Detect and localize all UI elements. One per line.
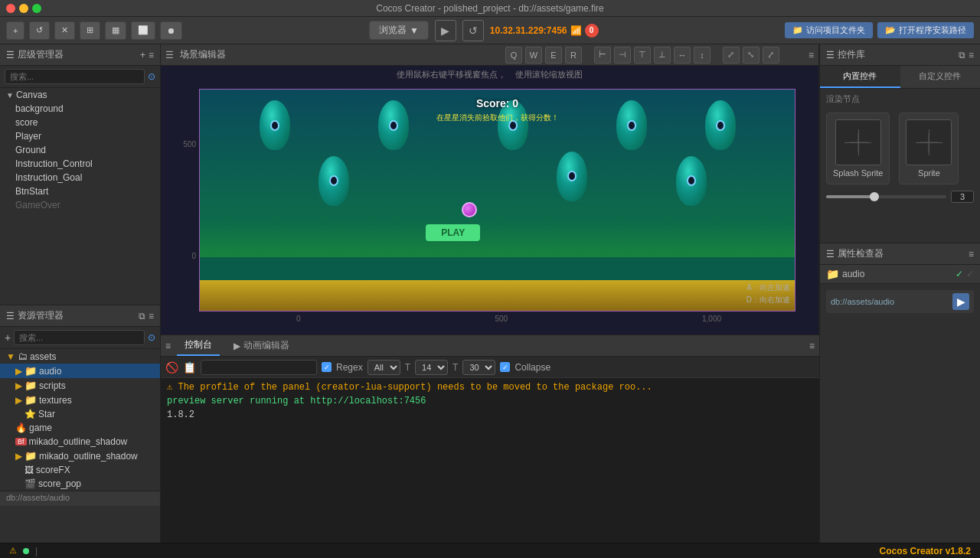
open-path-button[interactable]: 📂 打开程序安装路径 (877, 22, 974, 38)
asset-search-input[interactable] (14, 330, 145, 345)
asset-item-audio[interactable]: ▶ 📁 audio (0, 364, 160, 378)
scene-tool-extra2[interactable]: ⤡ (743, 47, 760, 64)
regex-checkbox[interactable]: ✓ (322, 362, 332, 372)
tree-item-score[interactable]: score (0, 116, 160, 129)
search-confirm-icon[interactable]: ⊙ (148, 71, 155, 82)
slider-row: 3 (820, 188, 980, 206)
tab-builtin-controls[interactable]: 内置控件 (820, 66, 900, 88)
splash-sprite-label: Splash Sprite (833, 168, 883, 178)
asset-item-scripts[interactable]: ▶ 📁 scripts (0, 378, 160, 393)
asset-item-score-pop[interactable]: 🎬 score_pop (0, 477, 160, 491)
record-button[interactable]: ⏺ (160, 21, 182, 40)
maximize-dot[interactable] (32, 4, 41, 13)
collapse-checkbox[interactable]: ✓ (500, 362, 510, 372)
hierarchy-search-input[interactable] (5, 69, 145, 84)
scene-tool-align2[interactable]: ⊣ (614, 47, 631, 64)
library-menu-icon[interactable]: ≡ (969, 50, 974, 60)
alien-eye (329, 175, 338, 186)
slider-value: 3 (951, 191, 974, 203)
splash-sprite-card[interactable]: Splash Sprite (826, 113, 890, 184)
inspector-open-button[interactable]: ▶ (952, 293, 969, 310)
tree-item-btnstart[interactable]: BtnStart (0, 184, 160, 198)
tree-item-player[interactable]: Player (0, 129, 160, 143)
play-button[interactable]: ▶ (435, 20, 456, 41)
alien-pod-5 (705, 100, 736, 150)
check-grey-icon: ✓ (966, 269, 974, 279)
scene-tool-align5[interactable]: ↔ (674, 47, 691, 64)
scene-tool-q[interactable]: Q (505, 47, 522, 64)
log-level-select[interactable]: All (368, 360, 400, 375)
font-size-select-1[interactable]: 14 (415, 360, 448, 375)
asset-item-mikado-bf[interactable]: Bf mikado_outline_shadow (0, 435, 160, 449)
ground-stripe (200, 280, 795, 311)
alien-pod-8 (676, 156, 707, 206)
scene-more-icon[interactable]: ≡ (808, 50, 814, 60)
asset-toolbar: + ⊙ (0, 327, 160, 349)
minimize-dot[interactable] (19, 4, 28, 13)
expand-button[interactable]: ⊞ (80, 21, 100, 40)
tree-item-background[interactable]: background (0, 102, 160, 116)
asset-menu-icon[interactable]: ≡ (149, 311, 154, 321)
scene-tool-align6[interactable]: ↕ (694, 47, 710, 64)
asset-search-icon[interactable]: ⊙ (148, 332, 155, 343)
scene-tool-align1[interactable]: ⊢ (594, 47, 611, 64)
console-filter-input[interactable] (201, 360, 317, 375)
sprite-card[interactable]: Sprite (899, 113, 959, 184)
play-btn-label: PLAY (441, 227, 465, 238)
hierarchy-add-icon[interactable]: + (140, 50, 145, 60)
asset-item-textures[interactable]: ▶ 📁 textures (0, 393, 160, 407)
scene-view[interactable]: 使用鼠标右键平移视窗焦点， 使用滚轮缩放视图 500 0 (161, 66, 818, 334)
scene-tool-extra1[interactable]: ⤢ (723, 47, 740, 64)
inspector-menu-icon[interactable]: ≡ (969, 249, 974, 259)
path-icon: 📂 (885, 25, 896, 35)
scene-canvas[interactable]: Score: 0 在星星消失前拾取他们，获得分数！ PLAY (199, 89, 795, 312)
console-copy-icon[interactable]: 📋 (183, 361, 196, 374)
audio-expand-icon: ▶ (15, 366, 22, 377)
tab-console[interactable]: 控制台 (177, 335, 220, 356)
play-game-button[interactable]: PLAY (426, 224, 480, 241)
asset-item-scorefx[interactable]: 🖼 scoreFX (0, 463, 160, 477)
tree-item-instruction-control[interactable]: Instruction_Control (0, 157, 160, 171)
tree-item-canvas[interactable]: ▼ Canvas (0, 88, 160, 102)
console-more-icon[interactable]: ≡ (809, 341, 815, 351)
asset-header: ☰ 资源管理器 ⧉ ≡ (0, 305, 160, 327)
asset-item-star[interactable]: ⭐ Star (0, 407, 160, 421)
tab-custom-controls[interactable]: 自定义控件 (900, 66, 981, 88)
close-dot[interactable] (6, 4, 15, 13)
layout-button[interactable]: ▦ (105, 21, 126, 40)
asset-item-mikado-folder[interactable]: ▶ 📁 mikado_outline_shadow (0, 449, 160, 463)
collapse-label: Collapse (514, 362, 550, 373)
asset-panel: ☰ 资源管理器 ⧉ ≡ + ⊙ ▼ 🗂 assets (0, 305, 160, 543)
access-files-button[interactable]: 📁 访问项目文件夹 (785, 22, 873, 38)
asset-copy-icon[interactable]: ⧉ (139, 311, 145, 321)
tree-item-gameover[interactable]: GameOver (0, 198, 160, 212)
scene-tool-align3[interactable]: ⊤ (634, 47, 651, 64)
scene-tool-r[interactable]: R (565, 47, 582, 64)
tab-animation-editor[interactable]: ▶ 动画编辑器 (226, 336, 297, 355)
refresh-button[interactable]: ↺ (29, 21, 50, 40)
console-clear-icon[interactable]: 🚫 (165, 361, 178, 374)
pause-button[interactable]: ↺ (462, 20, 484, 41)
browser-button[interactable]: 浏览器 ▼ (369, 21, 429, 40)
main-content: ☰ 层级管理器 + ≡ ⊙ ▼ Canvas background (0, 44, 980, 543)
tree-item-ground[interactable]: Ground (0, 143, 160, 157)
play-mode-button[interactable]: ⬜ (131, 21, 155, 40)
tree-item-instruction-goal[interactable]: Instruction_Goal (0, 171, 160, 184)
hierarchy-menu-icon[interactable]: ≡ (149, 50, 154, 60)
library-copy-icon[interactable]: ⧉ (959, 50, 965, 60)
asset-item-assets[interactable]: ▼ 🗂 assets (0, 349, 160, 364)
scene-tool-align4[interactable]: ⊥ (654, 47, 671, 64)
key-hint-d: D：向右加速 (746, 294, 790, 306)
asset-add-icon[interactable]: + (5, 331, 11, 344)
scene-tool-e[interactable]: E (545, 47, 562, 64)
scene-tool-w[interactable]: W (525, 47, 542, 64)
close-button[interactable]: ✕ (54, 21, 75, 40)
add-button[interactable]: + (6, 21, 24, 40)
scene-tool-extra3[interactable]: ⤤ (763, 47, 779, 64)
instruction-control-label: Instruction_Control (15, 158, 93, 169)
check-green-icon: ✓ (956, 269, 963, 279)
console-panel: ≡ 控制台 ▶ 动画编辑器 ≡ 🚫 📋 ✓ Regex All (161, 335, 819, 543)
asset-item-game[interactable]: 🔥 game (0, 421, 160, 435)
slider-track[interactable] (826, 195, 946, 198)
font-size-select-2[interactable]: 30 (462, 360, 495, 375)
